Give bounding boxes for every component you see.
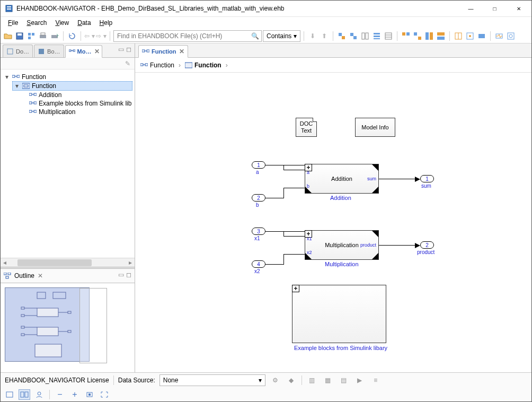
outline-minimap[interactable] <box>5 287 90 362</box>
tool-b-icon[interactable] <box>348 31 359 41</box>
svg-rect-59 <box>21 326 24 328</box>
tree-node-example[interactable]: Example blocks from Simulink lib <box>28 99 132 108</box>
open-icon[interactable] <box>3 31 13 41</box>
tool-x3-icon[interactable] <box>476 31 487 41</box>
svg-rect-36 <box>7 49 13 54</box>
tree-node-multiplication[interactable]: Multiplication <box>28 108 132 116</box>
close-icon[interactable]: ✕ <box>38 272 43 279</box>
tab-model[interactable]: Mo… ✕ <box>65 45 102 58</box>
example-block[interactable]: + <box>292 285 386 343</box>
tool-a-icon[interactable] <box>336 31 347 41</box>
menu-file[interactable]: File <box>4 18 22 28</box>
forward-button[interactable]: ⇨ ▾ <box>96 31 107 41</box>
tool-c-icon[interactable] <box>360 31 370 41</box>
tab-function[interactable]: Function ✕ <box>138 45 188 58</box>
model-tree[interactable]: ▾ Function ▾ Function Addition Example b… <box>1 69 135 258</box>
close-icon[interactable]: ✕ <box>179 48 184 55</box>
inport-4[interactable]: 4 <box>252 260 265 268</box>
svg-rect-56 <box>21 314 24 317</box>
search-input[interactable]: 🔍 <box>113 30 262 42</box>
save-icon[interactable] <box>14 31 25 41</box>
tool-x1-icon[interactable] <box>453 31 464 41</box>
tree-node-function[interactable]: ▾ Function <box>12 81 132 91</box>
doc-block[interactable]: DOC Text <box>296 118 317 137</box>
menu-data[interactable]: Data <box>73 18 95 28</box>
inport-3[interactable]: 3 <box>252 228 265 235</box>
collapse-icon[interactable]: ▾ <box>14 82 20 90</box>
datasource-combo[interactable]: None ▾ <box>159 374 265 386</box>
multiplication-block[interactable]: + x1 x2 product Multiplication <box>305 230 379 260</box>
svg-rect-40 <box>12 75 15 77</box>
tab-documents[interactable]: Do… <box>3 45 33 57</box>
list-icon[interactable]: ≡ <box>370 375 382 386</box>
edit-icon[interactable]: ✎ <box>125 60 130 67</box>
minimize-pane-icon[interactable]: ▭ <box>118 46 124 53</box>
maximize-pane-icon[interactable]: ◻ <box>126 271 131 278</box>
sb-tool1-icon[interactable]: ▥ <box>306 375 318 386</box>
svg-rect-57 <box>37 308 58 317</box>
gear-icon[interactable]: ⚙ <box>270 375 281 386</box>
tree-node-addition[interactable]: Addition <box>28 91 132 99</box>
outport-1[interactable]: 1 <box>420 175 434 182</box>
view-user-icon[interactable] <box>33 389 45 400</box>
play-icon[interactable]: ▶ <box>354 375 366 386</box>
inport-1[interactable]: 1 <box>252 161 265 169</box>
fit-icon[interactable] <box>84 389 95 400</box>
sb-tool3-icon[interactable]: ▤ <box>338 375 350 386</box>
zoom-in-icon[interactable]: + <box>69 389 81 400</box>
menu-view[interactable]: View <box>51 18 73 28</box>
modelinfo-block[interactable]: Model Info <box>355 118 395 137</box>
outline-body[interactable] <box>1 283 135 372</box>
tool-y1-icon[interactable] <box>494 31 504 41</box>
svg-rect-45 <box>34 93 37 95</box>
layout1-icon[interactable] <box>401 31 411 41</box>
layout4-icon[interactable] <box>436 31 446 41</box>
inport-2[interactable]: 2 <box>252 194 265 202</box>
fullscreen-icon[interactable] <box>99 389 110 400</box>
datasource-label: Data Source: <box>118 377 155 384</box>
manage-icon[interactable] <box>26 31 37 41</box>
minimize-pane-icon[interactable]: ▭ <box>118 271 124 278</box>
maximize-pane-icon[interactable]: ◻ <box>126 46 131 53</box>
tool-d-icon[interactable] <box>371 31 382 41</box>
tree-root[interactable]: ▾ Function <box>3 73 132 81</box>
nav-up-icon[interactable]: ⬆ <box>319 31 330 41</box>
search-mode-combo[interactable]: Contains ▾ <box>263 30 300 42</box>
scroll-right-icon[interactable]: ▸ <box>126 259 135 266</box>
layout2-icon[interactable] <box>412 31 423 41</box>
cloud-icon[interactable]: ◆ <box>286 375 297 386</box>
sb-tool2-icon[interactable]: ▦ <box>322 375 334 386</box>
breadcrumb-item[interactable]: Function <box>185 62 221 69</box>
menu-search[interactable]: Search <box>22 18 51 28</box>
outport-2[interactable]: 2 <box>420 241 434 249</box>
svg-rect-25 <box>425 32 429 40</box>
addition-block[interactable]: + a b sum Addition <box>305 164 379 194</box>
back-button[interactable]: ⇦ ▾ <box>84 31 95 41</box>
expand-icon[interactable]: + <box>292 285 299 292</box>
tree-hscrollbar[interactable]: ◂ ▸ <box>1 258 135 267</box>
view-split-icon[interactable] <box>19 389 30 400</box>
nav-down-icon[interactable]: ⬇ <box>307 31 318 41</box>
svg-rect-69 <box>6 392 13 397</box>
tool-e-icon[interactable] <box>383 31 394 41</box>
collapse-icon[interactable]: ▾ <box>4 73 10 81</box>
close-button[interactable]: ✕ <box>507 1 530 16</box>
diagram-canvas[interactable]: DOC Text Model Info 1 a 2 b + <box>135 73 531 372</box>
tab-bookmarks[interactable]: Bo… <box>34 45 64 57</box>
view-single-icon[interactable] <box>4 389 15 400</box>
search-field[interactable] <box>116 32 251 40</box>
export-icon[interactable] <box>49 31 60 41</box>
minimize-button[interactable]: — <box>459 1 483 16</box>
tool-x2-icon[interactable] <box>465 31 475 41</box>
close-icon[interactable]: ✕ <box>94 48 100 55</box>
tool-y2-icon[interactable] <box>506 31 516 41</box>
zoom-out-icon[interactable]: − <box>54 389 66 400</box>
layout3-icon[interactable] <box>424 31 435 41</box>
print-icon[interactable] <box>38 31 48 41</box>
scroll-left-icon[interactable]: ◂ <box>1 259 9 266</box>
menu-help[interactable]: Help <box>95 18 117 28</box>
scrollbar-thumb[interactable] <box>17 259 92 266</box>
maximize-button[interactable]: □ <box>483 1 507 16</box>
breadcrumb-item[interactable]: Function <box>140 62 174 69</box>
refresh-icon[interactable] <box>67 31 77 41</box>
